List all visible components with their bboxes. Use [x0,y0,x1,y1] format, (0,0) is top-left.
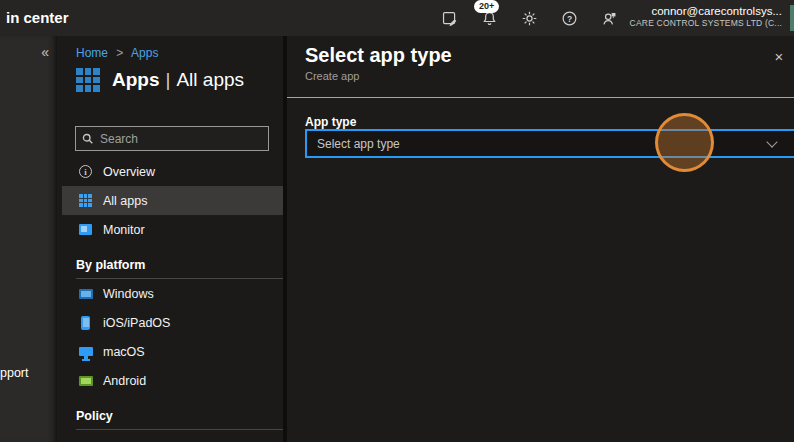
app-type-label: App type [305,115,356,129]
nav-item-label: Android [103,374,146,388]
page-title: Apps|All apps [112,69,244,91]
nav-item-label: All apps [103,194,147,208]
search-input[interactable] [100,132,262,146]
nav-item-label: Windows [103,287,154,301]
apps-blade-nav: Home > Apps Apps|All apps i Overview All… [62,36,283,442]
breadcrumb: Home > Apps [76,46,158,60]
nav-item-monitor[interactable]: Monitor [62,215,283,244]
feedback-icon[interactable] [600,9,618,27]
breadcrumb-separator: > [116,46,123,60]
android-screen-icon [78,373,93,388]
breadcrumb-apps[interactable]: Apps [131,46,158,60]
search-box[interactable] [75,126,269,151]
apps-grid-icon [76,68,100,92]
account-org: CARE CONTROL SYSTEMS LTD (C... [630,18,782,29]
all-apps-grid-icon [78,193,93,208]
divider [76,429,283,430]
notification-count-badge: 20+ [474,0,499,13]
svg-text:?: ? [566,13,571,23]
panel-title: Select app type [305,44,452,67]
divider [287,97,794,98]
panel-subtitle: Create app [305,70,359,82]
nav-item-all-apps[interactable]: All apps [62,186,283,215]
global-sidebar: « pport [0,36,57,442]
nav-item-label: Overview [103,165,155,179]
select-app-type-panel: Select app type Create app × App type Se… [287,36,794,442]
account-email: connor@carecontrolsys... [630,4,782,18]
sidebar-collapse-icon[interactable]: « [41,44,49,60]
app-type-dropdown[interactable]: Select app type [305,129,794,158]
nav-item-macos[interactable]: macOS [62,337,283,366]
app-type-dropdown-value: Select app type [317,137,768,151]
nav-item-label: macOS [103,345,145,359]
app-title-partial: in center [6,9,69,26]
nav-item-windows[interactable]: Windows [62,279,283,308]
nav-item-overview[interactable]: i Overview [62,157,283,186]
section-header-by-platform: By platform [62,244,283,278]
search-icon [82,133,94,145]
macos-desktop-icon [78,344,93,359]
chevron-down-icon [766,136,777,147]
avatar[interactable] [790,5,794,31]
monitor-icon [78,222,93,237]
sidebar-item-support-partial[interactable]: pport [0,366,29,380]
overview-info-icon: i [78,164,93,179]
notifications-bell-icon[interactable]: 20+ [480,9,498,27]
blade-title-row: Apps|All apps [76,68,244,92]
help-icon[interactable]: ? [560,9,578,27]
nav-item-android[interactable]: Android [62,366,283,395]
whats-new-pen-icon[interactable] [440,9,458,27]
settings-gear-icon[interactable] [520,9,538,27]
nav-item-ios-ipados[interactable]: iOS/iPadOS [62,308,283,337]
windows-laptop-icon [78,286,93,301]
account-menu[interactable]: connor@carecontrolsys... CARE CONTROL SY… [630,4,782,29]
nav-item-label: iOS/iPadOS [103,316,170,330]
close-icon[interactable]: × [770,48,788,66]
top-bar: in center 20+ ? connor@carecontr [0,0,794,36]
breadcrumb-home[interactable]: Home [76,46,108,60]
nav-item-label: Monitor [103,223,145,237]
ios-phone-icon [78,315,93,330]
topbar-icon-group: 20+ ? [440,0,618,36]
section-header-policy: Policy [62,395,283,429]
nav-menu: i Overview All apps Monitor By platform … [62,157,283,430]
